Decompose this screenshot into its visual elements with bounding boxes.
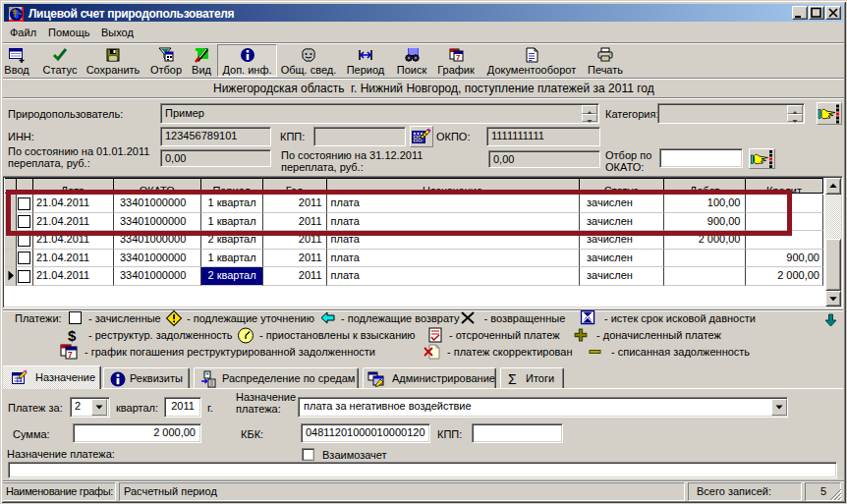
svg-text:7: 7 — [456, 53, 461, 62]
svg-text:7: 7 — [68, 350, 73, 360]
